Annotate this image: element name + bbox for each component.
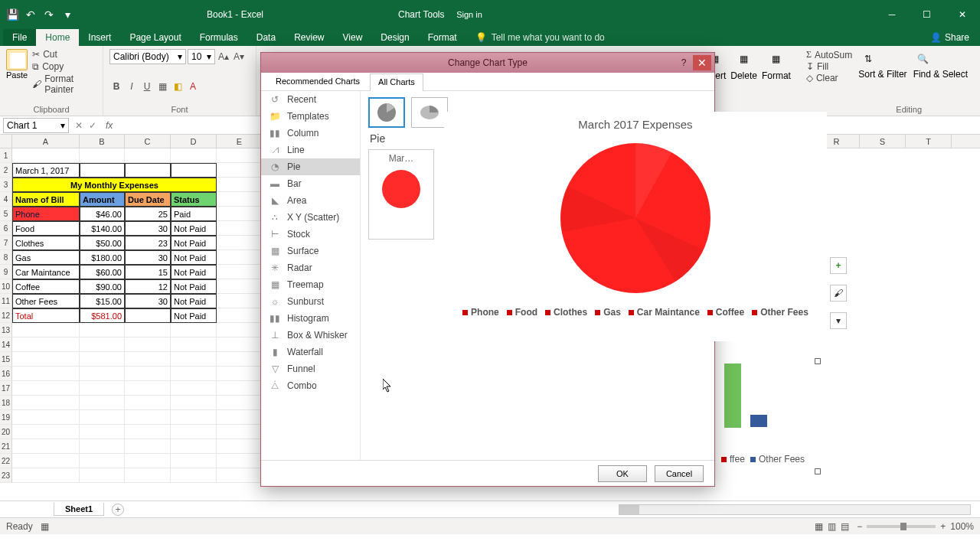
zoom-out-button[interactable]: −: [857, 521, 862, 532]
chart-type-waterfall[interactable]: ▮Waterfall: [261, 344, 360, 360]
row-header[interactable]: 22: [0, 454, 12, 468]
qat-customize-icon[interactable]: ▾: [61, 8, 74, 21]
redo-icon[interactable]: ↷: [43, 8, 55, 21]
cell[interactable]: Not Paid: [171, 308, 217, 323]
font-name-select[interactable]: Calibri (Body)▾: [109, 49, 186, 64]
clear-button[interactable]: ◇Clear: [806, 73, 852, 83]
subtype-pie-2d[interactable]: [368, 97, 405, 128]
tab-format[interactable]: Format: [419, 29, 466, 46]
tab-page-layout[interactable]: Page Layout: [120, 29, 190, 46]
tab-home[interactable]: Home: [36, 29, 79, 46]
close-button[interactable]: ✕: [945, 0, 980, 29]
cell[interactable]: Other Fees: [12, 294, 80, 308]
borders-button[interactable]: ▦: [155, 80, 169, 93]
cell[interactable]: Car Maintance: [12, 265, 80, 279]
row-header[interactable]: 12: [0, 308, 12, 323]
chart-handle[interactable]: [815, 358, 821, 364]
row-header[interactable]: 9: [0, 265, 12, 279]
cell[interactable]: Amount: [80, 192, 125, 207]
cell[interactable]: [125, 308, 171, 323]
italic-button[interactable]: I: [125, 80, 139, 93]
cell[interactable]: Status: [171, 192, 217, 207]
cell[interactable]: $50.00: [80, 236, 125, 250]
row-header[interactable]: 8: [0, 250, 12, 265]
chart-type-pie[interactable]: ◔Pie: [261, 158, 360, 175]
chart-type-templates[interactable]: 📁Templates: [261, 108, 360, 125]
row-header[interactable]: 21: [0, 439, 12, 454]
name-box[interactable]: Chart 1▾: [3, 118, 69, 133]
row-header[interactable]: 14: [0, 337, 12, 352]
cell[interactable]: Not Paid: [171, 221, 217, 236]
fill-color-button[interactable]: ◧: [171, 80, 185, 93]
cancel-formula-icon[interactable]: ✕: [75, 120, 83, 131]
chart-handle[interactable]: [815, 468, 821, 474]
cell[interactable]: [12, 148, 80, 163]
normal-view-icon[interactable]: ▦: [815, 521, 823, 532]
chart-type-boxwhisker[interactable]: ⊥Box & Whisker: [261, 327, 360, 344]
chart-add-element-button[interactable]: +: [830, 257, 847, 274]
page-break-view-icon[interactable]: ▤: [841, 521, 849, 532]
font-size-select[interactable]: 10▾: [188, 49, 215, 64]
chart-type-bar[interactable]: ▬Bar: [261, 175, 360, 192]
cell[interactable]: Total: [12, 308, 80, 323]
row-header[interactable]: 10: [0, 279, 12, 294]
cell[interactable]: 15: [125, 265, 171, 279]
chart-preview-thumb[interactable]: Mar…: [368, 149, 434, 240]
cell[interactable]: 30: [125, 221, 171, 236]
enter-formula-icon[interactable]: ✓: [89, 120, 96, 131]
col-header[interactable]: E: [217, 135, 263, 148]
col-header[interactable]: D: [171, 135, 217, 148]
share-button[interactable]: 👤Share: [920, 29, 980, 46]
cell[interactable]: $90.00: [80, 279, 125, 294]
cell[interactable]: Not Paid: [171, 265, 217, 279]
row-header[interactable]: 3: [0, 178, 12, 192]
row-header[interactable]: 15: [0, 352, 12, 367]
dialog-help-button[interactable]: ?: [676, 56, 691, 70]
subtype-pie-3d[interactable]: [411, 97, 448, 128]
zoom-in-button[interactable]: +: [940, 521, 946, 532]
row-header[interactable]: 11: [0, 294, 12, 308]
tab-review[interactable]: Review: [285, 29, 333, 46]
tab-recommended-charts[interactable]: Recommended Charts: [267, 73, 368, 90]
tab-file[interactable]: File: [3, 29, 36, 46]
chart-type-radar[interactable]: ✳Radar: [261, 259, 360, 276]
decrease-font-icon[interactable]: A▾: [232, 50, 246, 64]
cell[interactable]: 12: [125, 279, 171, 294]
underline-button[interactable]: U: [140, 80, 154, 93]
cell[interactable]: Clothes: [12, 236, 80, 250]
add-sheet-button[interactable]: +: [112, 504, 124, 516]
chart-filter-button[interactable]: ▾: [830, 312, 847, 329]
copy-button[interactable]: ⧉Copy: [32, 61, 96, 72]
col-header[interactable]: A: [12, 135, 80, 148]
cell[interactable]: March 1, 2017: [12, 163, 80, 178]
chart-type-scatter[interactable]: ∴X Y (Scatter): [261, 209, 360, 226]
col-header[interactable]: S: [860, 135, 906, 148]
col-header[interactable]: B: [80, 135, 125, 148]
minimize-button[interactable]: ─: [874, 0, 910, 29]
cell[interactable]: Not Paid: [171, 236, 217, 250]
dialog-title[interactable]: Change Chart Type ? ✕: [261, 53, 714, 73]
cell[interactable]: My Monthly Expenses: [12, 178, 217, 192]
row-header[interactable]: 23: [0, 468, 12, 483]
cell[interactable]: Name of Bill: [12, 192, 80, 207]
chart-type-treemap[interactable]: ▦Treemap: [261, 276, 360, 293]
cell[interactable]: Phone: [12, 207, 80, 221]
paste-button[interactable]: Paste: [6, 49, 28, 95]
ok-button[interactable]: OK: [598, 465, 647, 482]
format-painter-button[interactable]: 🖌Format Painter: [32, 73, 96, 95]
row-header[interactable]: 17: [0, 381, 12, 396]
chart-type-stock[interactable]: ⊢Stock: [261, 226, 360, 243]
chart-type-line[interactable]: ⩘Line: [261, 142, 360, 158]
cell[interactable]: Food: [12, 221, 80, 236]
chart-type-column[interactable]: ▮▮Column: [261, 125, 360, 142]
horizontal-scrollbar[interactable]: [124, 504, 980, 515]
delete-cells-button[interactable]: ▦Delete: [730, 49, 757, 112]
cell[interactable]: $581.00: [80, 308, 125, 323]
cell[interactable]: Not Paid: [171, 279, 217, 294]
sort-filter-button[interactable]: ⇅Sort & Filter: [858, 49, 906, 112]
row-header[interactable]: 19: [0, 410, 12, 425]
cell[interactable]: Not Paid: [171, 250, 217, 265]
row-header[interactable]: 4: [0, 192, 12, 207]
cell[interactable]: 30: [125, 250, 171, 265]
zoom-slider[interactable]: [867, 525, 936, 528]
